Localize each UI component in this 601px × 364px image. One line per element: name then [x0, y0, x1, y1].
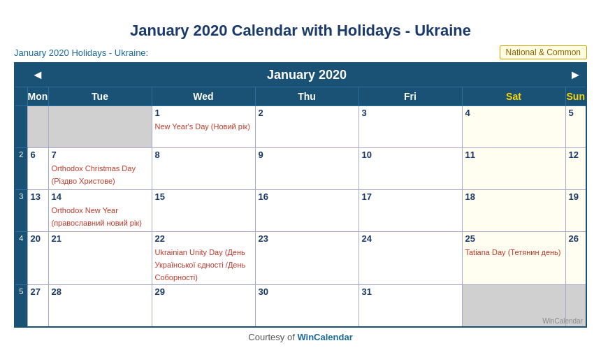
week-number-2: 3 — [15, 190, 27, 232]
day-cell-w0d0[interactable] — [27, 106, 48, 148]
day-number: 21 — [52, 233, 149, 244]
day-cell-w3d0[interactable]: 20 — [27, 232, 48, 285]
day-cell-w3d6[interactable]: 26 — [565, 232, 586, 285]
calendar-header: ◄ January 2020 ► — [15, 63, 586, 87]
day-cell-w0d2[interactable]: 1New Year's Day (Новий рік) — [152, 106, 255, 148]
day-number: 16 — [259, 191, 356, 202]
month-year-title: January 2020 — [48, 63, 565, 87]
day-number: 9 — [259, 150, 356, 160]
day-header-fri: Fri — [359, 87, 462, 106]
holiday-label: New Year's Day (Новий рік) — [155, 122, 250, 131]
week-row-1: 267Orthodox Christmas Day (Різдво Христо… — [15, 148, 586, 190]
day-number: 27 — [31, 286, 45, 297]
day-cell-w2d0[interactable]: 13 — [27, 190, 48, 232]
day-cell-w1d0[interactable]: 6 — [27, 148, 48, 190]
day-cell-w4d0[interactable]: 27 — [27, 285, 48, 327]
day-header-sun: Sun — [565, 87, 586, 106]
week-number-1: 2 — [15, 148, 27, 190]
day-number: 31 — [362, 286, 459, 297]
day-number: 10 — [362, 150, 459, 160]
day-cell-w1d3[interactable]: 9 — [255, 148, 359, 190]
wincalendar-link[interactable]: WinCalendar — [297, 332, 352, 342]
day-cell-w4d2[interactable]: 29 — [152, 285, 255, 327]
day-cell-w0d5[interactable]: 4 — [462, 106, 565, 148]
day-cell-w0d4[interactable]: 3 — [359, 106, 462, 148]
national-badge[interactable]: National & Common — [500, 45, 587, 59]
week-row-3: 4202122Ukrainian Unity Day (День Українс… — [15, 232, 586, 285]
day-cell-w2d1[interactable]: 14Orthodox New Year (православний новий … — [48, 190, 152, 232]
day-number: 15 — [155, 191, 252, 202]
day-header-wed: Wed — [152, 87, 255, 106]
day-number: 19 — [569, 191, 584, 202]
day-cell-w3d3[interactable]: 23 — [255, 232, 359, 285]
week-number-0 — [15, 106, 27, 148]
week-num-col-header — [15, 87, 27, 106]
day-number: 30 — [259, 286, 356, 297]
day-cell-w0d3[interactable]: 2 — [255, 106, 359, 148]
day-number: 24 — [362, 233, 459, 244]
day-header-thu: Thu — [255, 87, 359, 106]
day-cell-w3d4[interactable]: 24 — [359, 232, 462, 285]
day-number: 28 — [52, 286, 149, 297]
holiday-label: Orthodox Christmas Day (Різдво Христове) — [52, 164, 136, 185]
day-cell-w2d2[interactable]: 15 — [152, 190, 255, 232]
day-cell-w1d6[interactable]: 12 — [565, 148, 586, 190]
page-title: January 2020 Calendar with Holidays - Uk… — [14, 22, 587, 40]
day-header-tue: Tue — [48, 87, 152, 106]
day-cell-w0d6[interactable]: 5 — [565, 106, 586, 148]
day-cell-w3d5[interactable]: 25Tatiana Day (Тетянин день) — [462, 232, 565, 285]
day-number: 5 — [569, 108, 584, 118]
day-number: 20 — [31, 233, 45, 244]
day-cell-w2d5[interactable]: 18 — [462, 190, 565, 232]
day-cell-w0d1[interactable] — [48, 106, 152, 148]
calendar-table: ◄ January 2020 ► Mon Tue Wed Thu Fri Sat… — [14, 62, 587, 328]
week-row-4: 52728293031WinCalendar — [15, 285, 586, 327]
holiday-label: Tatiana Day (Тетянин день) — [465, 248, 561, 256]
day-number: 12 — [569, 150, 584, 160]
week-row-2: 31314Orthodox New Year (православний нов… — [15, 190, 586, 232]
day-cell-w4d4[interactable]: 31 — [359, 285, 462, 327]
day-header-mon: Mon — [27, 87, 48, 106]
day-number: 22 — [155, 233, 252, 244]
day-number: 29 — [155, 286, 252, 297]
day-number: 25 — [465, 233, 563, 244]
day-cell-w1d2[interactable]: 8 — [152, 148, 255, 190]
day-cell-w1d5[interactable]: 11 — [462, 148, 565, 190]
day-cell-w3d2[interactable]: 22Ukrainian Unity Day (День Української … — [152, 232, 255, 285]
prev-month-button[interactable]: ◄ — [27, 63, 48, 87]
day-cell-w1d1[interactable]: 7Orthodox Christmas Day (Різдво Христове… — [48, 148, 152, 190]
footer: Courtesy of WinCalendar — [14, 332, 587, 342]
day-number: 13 — [31, 191, 45, 202]
day-headers-row: Mon Tue Wed Thu Fri Sat Sun — [15, 87, 586, 106]
day-number: 4 — [465, 108, 563, 118]
day-number: 6 — [31, 150, 45, 160]
holiday-label: Orthodox New Year (православний новий рі… — [52, 206, 142, 227]
day-number: 1 — [155, 108, 252, 118]
day-number: 23 — [259, 233, 356, 244]
day-number: 3 — [362, 108, 459, 118]
day-number: 18 — [465, 191, 563, 202]
week-row-0: 1New Year's Day (Новий рік)2345 — [15, 106, 586, 148]
day-number: 2 — [259, 108, 356, 118]
day-cell-w1d4[interactable]: 10 — [359, 148, 462, 190]
day-cell-w3d1[interactable]: 21 — [48, 232, 152, 285]
subtitle-label: January 2020 Holidays - Ukraine: — [14, 48, 148, 58]
day-cell-w2d4[interactable]: 17 — [359, 190, 462, 232]
day-cell-w2d3[interactable]: 16 — [255, 190, 359, 232]
page-wrapper: January 2020 Calendar with Holidays - Uk… — [14, 22, 587, 342]
week-num-header — [15, 63, 27, 87]
day-cell-w4d3[interactable]: 30 — [255, 285, 359, 327]
week-number-4: 5 — [15, 285, 27, 327]
day-cell-w4d1[interactable]: 28 — [48, 285, 152, 327]
day-cell-w2d6[interactable]: 19 — [565, 190, 586, 232]
week-number-3: 4 — [15, 232, 27, 285]
day-number: 7 — [52, 150, 149, 160]
day-header-sat: Sat — [462, 87, 565, 106]
day-number: 11 — [465, 150, 563, 160]
next-month-button[interactable]: ► — [565, 63, 586, 87]
day-number: 26 — [569, 233, 584, 244]
day-number: 14 — [52, 191, 149, 202]
subtitle-row: January 2020 Holidays - Ukraine: Nationa… — [14, 45, 587, 59]
wincalendar-credit: WinCalendar — [542, 317, 583, 325]
day-cell-w4d6[interactable]: WinCalendar — [565, 285, 586, 327]
